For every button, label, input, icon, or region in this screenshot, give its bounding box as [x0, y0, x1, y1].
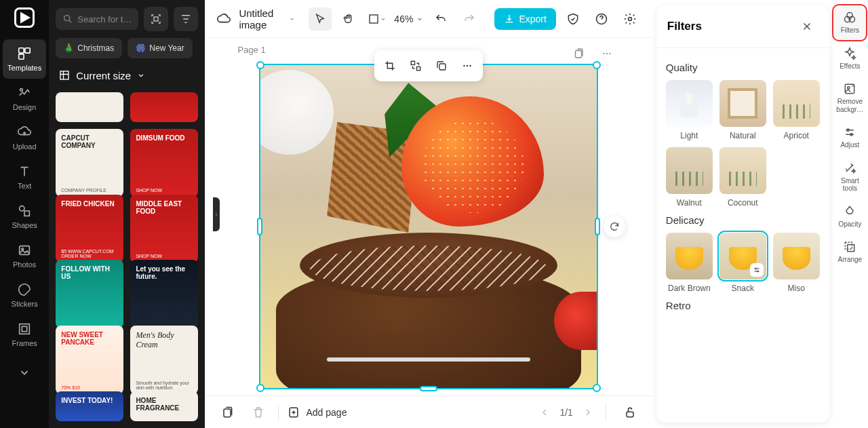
next-page-button[interactable] — [583, 407, 593, 418]
nav-text[interactable]: Text — [3, 157, 46, 197]
adjust-icon[interactable] — [750, 263, 764, 277]
zoom-level[interactable]: 46% — [394, 14, 424, 24]
replace-button[interactable] — [404, 54, 427, 77]
chevron-down-icon — [416, 15, 424, 23]
rail-arrange[interactable]: Arrange — [833, 235, 866, 269]
canvas-page[interactable] — [259, 64, 598, 389]
template-item[interactable]: FRIED CHICKEN$5 WWW.CAPCUT.COM ORDER NOW — [56, 195, 123, 262]
shield-icon[interactable] — [561, 7, 585, 31]
add-page-button[interactable]: Add page — [287, 406, 347, 419]
sidebar-collapse-handle[interactable] — [213, 197, 220, 231]
template-item[interactable]: NEW SWEET PANCAKE70% $10 — [56, 326, 123, 393]
nav-upload[interactable]: Upload — [3, 118, 46, 157]
tag-new-year[interactable]: 🎆New Year — [127, 38, 192, 58]
svg-point-19 — [606, 53, 608, 54]
delete-button[interactable] — [247, 401, 270, 424]
filter-dark-brown[interactable]: Dark Brown — [666, 233, 713, 293]
export-button[interactable]: Export — [494, 8, 555, 30]
nav-frames[interactable]: Frames — [3, 315, 46, 354]
sparkle-icon: 🎆 — [136, 43, 146, 53]
cursor-tool[interactable] — [309, 7, 332, 31]
filter-miso[interactable]: Miso — [773, 233, 820, 293]
nav-templates[interactable]: Templates — [3, 39, 46, 79]
help-icon[interactable] — [590, 7, 613, 31]
svg-point-11 — [64, 16, 70, 21]
unlock-button[interactable] — [618, 401, 642, 424]
resize-handle[interactable] — [593, 61, 601, 69]
template-item[interactable]: Men's Body CreamSmooth and hydrate your … — [130, 326, 198, 393]
svg-point-16 — [628, 17, 631, 20]
search-icon — [62, 14, 73, 24]
more-button[interactable] — [456, 54, 479, 77]
search-input[interactable]: Search for t… — [56, 8, 138, 30]
size-dropdown[interactable]: Current size — [56, 65, 198, 85]
svg-point-25 — [467, 65, 468, 66]
filter-light[interactable]: Light — [666, 80, 713, 140]
prev-page-button[interactable] — [539, 407, 550, 418]
crop-button[interactable] — [378, 54, 401, 77]
horizontal-scrollbar[interactable] — [327, 357, 530, 362]
duplicate-page-icon[interactable] — [567, 42, 590, 65]
tag-christmas[interactable]: 🎄Christmas — [56, 38, 122, 58]
svg-rect-3 — [19, 54, 24, 59]
template-item[interactable] — [56, 92, 123, 122]
settings-icon[interactable] — [618, 7, 642, 31]
svg-rect-22 — [417, 67, 420, 71]
cloud-sync-icon[interactable] — [216, 7, 232, 31]
template-item[interactable]: MIDDLE EAST FOODSHOP NOW — [130, 195, 198, 262]
nav-stickers[interactable]: Stickers — [3, 275, 46, 315]
svg-point-26 — [469, 65, 471, 66]
canvas-viewport[interactable]: Page 1 — [205, 38, 652, 395]
resize-handle[interactable] — [420, 386, 437, 391]
nav-shapes[interactable]: Shapes — [3, 197, 46, 236]
undo-button[interactable] — [429, 7, 452, 31]
refresh-button[interactable] — [604, 216, 625, 237]
filter-snack[interactable]: Snack — [719, 233, 766, 293]
template-item[interactable]: Let you see the future. — [130, 260, 198, 328]
template-item[interactable] — [130, 92, 198, 122]
right-rail: Filters Effects Remove backgr… Adjust Sm… — [832, 0, 868, 428]
template-item[interactable]: CAPCUT COMPANYCOMPANY PROFILE — [56, 129, 123, 197]
resize-handle[interactable] — [256, 61, 264, 69]
rail-effects[interactable]: Effects — [833, 41, 866, 76]
filter-apricot[interactable]: Apricot — [773, 80, 820, 140]
resize-handle[interactable] — [595, 218, 600, 235]
svg-rect-27 — [224, 409, 231, 417]
template-item[interactable]: DIMSUM FOODSHOP NOW — [130, 129, 198, 197]
nav-design[interactable]: Design — [3, 79, 46, 118]
resize-handle[interactable] — [256, 384, 264, 392]
rail-filters[interactable]: Filters — [833, 5, 866, 40]
add-page-icon — [287, 406, 300, 419]
filter-button[interactable] — [174, 7, 198, 31]
nav-label: Frames — [12, 339, 37, 347]
nav-label: Text — [18, 182, 31, 190]
hand-tool[interactable] — [337, 7, 360, 31]
duplicate-button[interactable] — [430, 54, 453, 77]
app-logo-icon[interactable] — [12, 5, 37, 30]
template-item[interactable]: INVEST TODAY! — [56, 391, 123, 421]
filter-natural[interactable]: Natural — [719, 80, 766, 140]
document-title[interactable]: Untitled image — [239, 7, 295, 31]
rail-adjust[interactable]: Adjust — [833, 120, 866, 155]
layers-button[interactable] — [216, 401, 239, 424]
rail-opacity[interactable]: Opacity — [833, 199, 866, 234]
resize-handle[interactable] — [593, 384, 601, 392]
template-item[interactable]: HOME FRAGRANCE — [130, 391, 198, 421]
svg-rect-12 — [154, 17, 158, 21]
rail-remove-bg[interactable]: Remove backgr… — [833, 77, 866, 119]
svg-rect-10 — [22, 326, 26, 331]
tree-icon: 🎄 — [64, 43, 74, 53]
redo-button[interactable] — [458, 7, 481, 31]
filter-coconut[interactable]: Coconut — [719, 147, 766, 208]
selection-outline — [259, 64, 598, 389]
close-button[interactable] — [795, 15, 818, 38]
template-item[interactable]: FOLLOW WITH US — [56, 260, 123, 328]
svg-rect-17 — [575, 51, 581, 58]
nav-photos[interactable]: Photos — [3, 236, 46, 275]
scan-button[interactable] — [144, 7, 168, 31]
resize-handle[interactable] — [257, 218, 262, 235]
filter-walnut[interactable]: Walnut — [666, 147, 713, 208]
rail-smart-tools[interactable]: Smart tools — [833, 156, 866, 198]
nav-more[interactable] — [3, 358, 46, 387]
frame-tool[interactable] — [366, 7, 389, 31]
